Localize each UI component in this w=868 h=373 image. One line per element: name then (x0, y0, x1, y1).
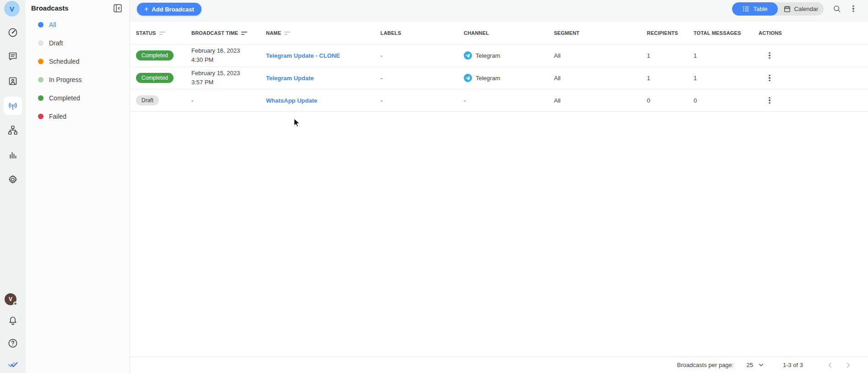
broadcast-time: 4:30 PM (191, 55, 266, 65)
calendar-icon (783, 5, 791, 13)
segment-cell: All (554, 75, 647, 82)
labels-cell: - (380, 52, 464, 59)
table-row: Draft - WhatsApp Update - - All 0 0 (130, 89, 868, 112)
sort-icon-broadcast-time[interactable] (241, 32, 247, 35)
total-messages-cell: 1 (694, 52, 759, 59)
sidebar-item-completed[interactable]: Completed (26, 89, 130, 107)
broadcasts-main: + Add Broadcast Table Calendar (130, 0, 868, 373)
status-dot-failed (38, 114, 43, 119)
column-header-total-messages: TOTAL MESSAGES (694, 30, 741, 36)
channel-name: Telegram (476, 52, 500, 59)
sidebar-item-label: In Progress (49, 76, 82, 83)
recipients-cell: 0 (647, 97, 694, 104)
broadcasts-table: STATUS BROADCAST TIME NAME LABELS CHANNE… (130, 22, 868, 357)
row-actions-kebab-icon[interactable] (764, 95, 775, 106)
column-header-name: NAME (266, 30, 281, 36)
broadcasts-sidebar: Broadcasts All Draft Scheduled In Progre… (26, 0, 130, 373)
sidebar-item-all[interactable]: All (26, 16, 130, 34)
column-header-segment: SEGMENT (554, 30, 580, 36)
sidebar-title: Broadcasts (31, 4, 69, 12)
broadcast-name-link[interactable]: WhatsApp Update (266, 97, 317, 104)
status-badge: Draft (136, 95, 159, 105)
per-page-label: Broadcasts per page: (677, 362, 734, 368)
list-icon (742, 5, 750, 13)
telegram-icon (464, 74, 472, 82)
search-icon[interactable] (830, 2, 843, 15)
broadcast-name-link[interactable]: Telegram Update - CLONE (266, 52, 340, 59)
row-actions-kebab-icon[interactable] (764, 72, 775, 83)
next-page-icon[interactable] (842, 359, 854, 371)
sort-icon-name[interactable] (284, 32, 290, 35)
telegram-icon (464, 51, 472, 60)
view-toggle: Table Calendar (732, 2, 824, 16)
user-avatar-initial: V (9, 296, 12, 302)
labels-cell: - (380, 75, 464, 82)
status-badge: Completed (136, 50, 174, 60)
broadcasts-icon[interactable] (7, 100, 18, 111)
column-header-channel: CHANNEL (464, 30, 489, 36)
table-header-row: STATUS BROADCAST TIME NAME LABELS CHANNE… (130, 22, 868, 44)
notifications-bell-icon[interactable] (7, 315, 18, 326)
status-dot-draft (38, 40, 43, 46)
segment-cell: All (554, 97, 647, 104)
status-dot-all (38, 22, 43, 27)
column-header-status: STATUS (136, 30, 156, 36)
channel-name: Telegram (476, 75, 500, 82)
broadcast-time: 3:57 PM (191, 78, 266, 87)
chevron-down-icon (758, 362, 765, 368)
sidebar-item-label: All (49, 21, 56, 28)
settings-gear-icon[interactable] (7, 174, 18, 185)
sidebar-item-label: Draft (49, 39, 63, 47)
inbox-chat-icon[interactable] (7, 50, 18, 61)
row-actions-kebab-icon[interactable] (764, 50, 775, 61)
plus-icon: + (144, 5, 148, 13)
sidebar-item-label: Scheduled (49, 58, 79, 65)
total-messages-cell: 0 (694, 97, 759, 104)
sidebar-item-label: Completed (49, 94, 80, 102)
labels-cell: - (380, 97, 464, 104)
user-avatar[interactable]: V (5, 293, 16, 305)
status-dot-in-progress (38, 77, 43, 82)
sidebar-item-in-progress[interactable]: In Progress (26, 71, 130, 89)
column-header-actions: ACTIONS (759, 30, 782, 36)
add-broadcast-label: Add Broadcast (152, 6, 194, 13)
app-logo-doublecheck-icon (7, 359, 18, 370)
sidebar-item-scheduled[interactable]: Scheduled (26, 52, 130, 71)
table-view-label: Table (753, 5, 767, 12)
broadcast-date: - (191, 97, 266, 104)
sort-icon-status[interactable] (159, 32, 165, 35)
pagination-bar: Broadcasts per page: 25 1-3 of 3 (130, 357, 868, 373)
column-header-recipients: RECIPIENTS (647, 30, 678, 36)
status-filter-list: All Draft Scheduled In Progress Complete… (26, 16, 130, 126)
recipients-cell: 1 (647, 52, 694, 59)
collapse-sidebar-icon[interactable] (113, 3, 123, 13)
recipients-cell: 1 (647, 75, 694, 82)
tab-table-view[interactable]: Table (732, 2, 778, 16)
broadcast-date: February 16, 2023 (191, 46, 266, 55)
icon-rail: V (0, 0, 26, 373)
dashboard-icon[interactable] (7, 27, 18, 38)
flows-sitemap-icon[interactable] (7, 125, 18, 136)
status-dot-scheduled (38, 59, 43, 64)
tab-calendar-view[interactable]: Calendar (778, 2, 824, 16)
page-range: 1-3 of 3 (783, 362, 803, 368)
more-options-kebab-icon[interactable] (847, 2, 860, 15)
per-page-value: 25 (746, 362, 753, 368)
reports-chart-icon[interactable] (7, 150, 18, 161)
column-header-labels: LABELS (380, 30, 401, 36)
sidebar-item-label: Failed (49, 113, 66, 120)
per-page-select[interactable]: 25 (746, 362, 764, 368)
add-broadcast-button[interactable]: + Add Broadcast (137, 3, 201, 16)
contacts-icon[interactable] (7, 76, 18, 87)
workspace-avatar[interactable]: V (4, 1, 20, 16)
total-messages-cell: 1 (694, 75, 759, 82)
column-header-broadcast-time: BROADCAST TIME (191, 30, 238, 36)
table-row: Completed February 15, 2023 3:57 PM Tele… (130, 67, 868, 89)
channel-cell: - (464, 97, 554, 104)
status-dot-completed (38, 95, 43, 101)
sidebar-item-draft[interactable]: Draft (26, 34, 130, 52)
help-icon[interactable] (7, 338, 18, 349)
sidebar-item-failed[interactable]: Failed (26, 107, 130, 126)
broadcast-name-link[interactable]: Telegram Update (266, 75, 314, 82)
previous-page-icon[interactable] (824, 359, 836, 371)
